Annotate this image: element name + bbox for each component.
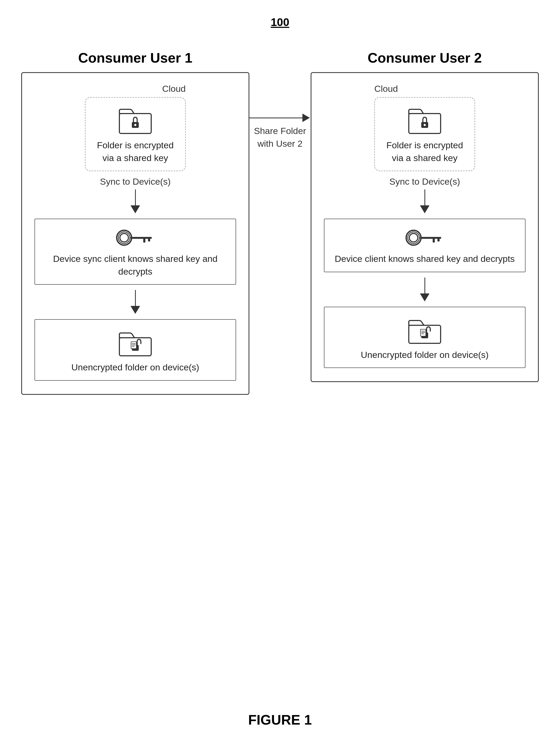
- share-arrow-head: [302, 113, 310, 122]
- user2-encrypted-folder-icon: [407, 106, 442, 135]
- svg-rect-24: [420, 237, 441, 239]
- user1-arrow-line-1: [135, 189, 136, 205]
- user2-unlocked-box: Unencrypted folder on device(s): [324, 307, 525, 368]
- user1-key-box: Device sync client knows shared key and …: [35, 219, 236, 285]
- user2-sync-arrow-1: Sync to Device(s): [322, 176, 527, 213]
- middle-section: Share Folder with User 2: [250, 50, 310, 150]
- svg-point-28: [412, 236, 415, 239]
- user2-key-icon: [404, 227, 446, 248]
- user1-arrow-head-1: [130, 205, 140, 213]
- user2-key-box: Device client knows shared key and decry…: [324, 219, 525, 272]
- user2-arrow-head-2: [420, 294, 430, 301]
- main-diagram: Consumer User 1 Cloud: [21, 50, 539, 685]
- user2-column: Consumer User 2 Cloud Folder is enc: [310, 50, 539, 382]
- user1-key-label: Device sync client knows shared key and …: [41, 253, 229, 278]
- user1-column: Consumer User 1 Cloud: [21, 50, 250, 395]
- svg-rect-26: [437, 239, 439, 241]
- page-number: 100: [271, 16, 289, 29]
- user2-unlocked-folder-icon: [407, 315, 442, 344]
- user2-unlocked-label: Unencrypted folder on device(s): [361, 349, 489, 361]
- svg-rect-5: [130, 237, 152, 239]
- user1-encrypted-folder-icon: [118, 106, 153, 135]
- user1-outer-box: Cloud Fol: [21, 72, 250, 395]
- user1-arrow-head-2: [130, 306, 140, 314]
- user2-arrow-line-2: [425, 278, 425, 294]
- user2-cloud-label: Cloud: [374, 84, 398, 94]
- user1-unlocked-folder-icon: [118, 328, 153, 357]
- user2-key-label: Device client knows shared key and decry…: [335, 253, 515, 265]
- user2-title: Consumer User 2: [368, 50, 482, 66]
- user1-unlocked-box: Unencrypted folder on device(s): [35, 319, 236, 381]
- share-arrow-line: [250, 117, 302, 118]
- svg-rect-6: [143, 239, 145, 242]
- svg-rect-7: [148, 239, 150, 241]
- user1-sync-arrow-1: Sync to Device(s): [33, 176, 238, 213]
- user1-encrypted-folder-box: Folder is encrypted via a shared key: [85, 97, 186, 171]
- figure-label: FIGURE 1: [248, 712, 312, 728]
- user1-sync-label: Sync to Device(s): [100, 176, 171, 187]
- user1-title: Consumer User 1: [78, 50, 193, 66]
- user1-cloud-label: Cloud: [162, 84, 186, 94]
- user1-unlocked-label: Unencrypted folder on device(s): [71, 361, 199, 374]
- user2-arrow-line-1: [425, 189, 425, 205]
- user1-encrypted-label: Folder is encrypted via a shared key: [92, 139, 179, 164]
- user2-arrow-head-1: [420, 205, 430, 213]
- user2-encrypted-label: Folder is encrypted via a shared key: [381, 139, 468, 164]
- share-folder-label: Share Folder with User 2: [250, 125, 310, 150]
- svg-point-2: [134, 124, 136, 126]
- user1-sync-arrow-2: [33, 290, 238, 314]
- user1-arrow-line-2: [135, 290, 136, 306]
- user2-sync-label: Sync to Device(s): [389, 176, 460, 187]
- svg-point-9: [123, 236, 126, 239]
- user2-encrypted-folder-box: Folder is encrypted via a shared key: [374, 97, 475, 171]
- svg-rect-25: [433, 239, 435, 242]
- user2-outer-box: Cloud Folder is encrypted via a shared k…: [310, 72, 539, 382]
- user1-key-icon: [114, 227, 156, 248]
- svg-point-21: [424, 124, 426, 126]
- user2-sync-arrow-2: [322, 278, 527, 301]
- share-folder-arrow: Share Folder with User 2: [250, 113, 310, 150]
